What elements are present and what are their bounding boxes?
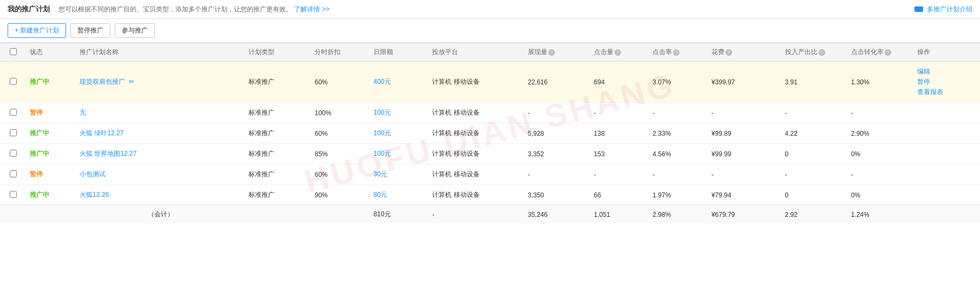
plan-platform-4: 计算机 移动设备 [429, 164, 524, 185]
plans-table: 状态 推广计划名称 计划类型 分时折扣 日限额 投放平台 [0, 43, 980, 223]
action-查看报表-link-0[interactable]: 查看报表 [917, 88, 977, 97]
table-body: 推广中现货双肩包推广 ✏标准推广60%400元计算机 移动设备22,616694… [0, 62, 980, 206]
plan-roi-4: - [782, 164, 848, 185]
plan-discount-2: 60% [311, 123, 370, 144]
plan-ctr-3: 4.56% [649, 144, 708, 164]
badge-icon [914, 6, 923, 12]
plan-name-link-1[interactable]: 无 [80, 109, 86, 116]
th-name: 推广计划名称 [76, 43, 245, 62]
status-badge-4: 暂停 [30, 170, 43, 178]
header-description: 您可以根据不同的推广目的、宝贝类型，添加多个推广计划，让您的推广更有效。 了解详… [58, 5, 914, 14]
plan-name-link-5[interactable]: 火狐12.26 [80, 191, 109, 198]
plan-daily-link-2[interactable]: 100元 [374, 129, 391, 137]
footer-impressions: 35,246 [525, 206, 591, 224]
select-all-checkbox[interactable] [10, 48, 17, 55]
footer-row: （会计） 810元 - 35,246 1,051 2.98% ¥679.79 2… [0, 206, 980, 224]
roi-help-icon[interactable]: ? [819, 49, 825, 56]
plan-name-link-3[interactable]: 火狐 世界地图12.27 [80, 150, 136, 157]
table-footer: （会计） 810元 - 35,246 1,051 2.98% ¥679.79 2… [0, 206, 980, 224]
status-badge-2: 推广中 [30, 129, 49, 137]
new-plan-button[interactable]: + 新建推广计划 [8, 23, 66, 38]
table-row: 推广中火狐 绿叶12.27标准推广60%100元计算机 移动设备5,928138… [0, 123, 980, 144]
footer-daily: 810元 [370, 206, 429, 224]
row-checkbox-3[interactable] [10, 150, 17, 157]
plan-name-link-0[interactable]: 现货双肩包推广 [80, 78, 125, 85]
plan-daily-link-1[interactable]: 100元 [374, 109, 391, 116]
plan-ctr-0: 3.07% [649, 62, 708, 103]
footer-roi: 2.92 [782, 206, 848, 224]
pause-promotion-button[interactable]: 暂停推广 [70, 23, 110, 38]
footer-ctr: 2.98% [649, 206, 708, 224]
th-action: 操作 [914, 43, 980, 62]
plan-discount-4: 60% [311, 164, 370, 185]
plan-ctr-5: 1.97% [649, 185, 708, 206]
plan-cvr-5: 0% [848, 185, 914, 206]
plan-name-link-2[interactable]: 火狐 绿叶12.27 [80, 129, 123, 137]
footer-clicks: 1,051 [591, 206, 650, 224]
plan-daily-3: 100元 [370, 144, 429, 164]
table-header-row: 状态 推广计划名称 计划类型 分时折扣 日限额 投放平台 [0, 43, 980, 62]
header-bar: 我的推广计划 您可以根据不同的推广目的、宝贝类型，添加多个推广计划，让您的推广更… [0, 0, 980, 19]
plan-cost-2: ¥99.89 [708, 123, 782, 144]
impressions-help-icon[interactable]: ? [548, 49, 555, 56]
plan-clicks-4: - [591, 164, 650, 185]
row-checkbox-2[interactable] [10, 129, 17, 136]
plan-type-4: 标准推广 [245, 164, 311, 185]
plan-cost-0: ¥399.97 [708, 62, 782, 103]
plan-clicks-0: 694 [591, 62, 650, 103]
plan-daily-0: 400元 [370, 62, 429, 103]
plan-impressions-2: 5,928 [525, 123, 591, 144]
plan-cost-1: - [708, 103, 782, 123]
plan-platform-1: 计算机 移动设备 [429, 103, 524, 123]
plan-impressions-4: - [525, 164, 591, 185]
plan-daily-link-3[interactable]: 100元 [374, 150, 391, 157]
th-platform: 投放平台 [429, 43, 524, 62]
th-type: 计划类型 [245, 43, 311, 62]
plan-clicks-1: - [591, 103, 650, 123]
multi-plan-intro-link[interactable]: 多推广计划介绍 [914, 5, 972, 14]
footer-label: （会计） [76, 206, 245, 224]
plan-type-3: 标准推广 [245, 144, 311, 164]
participate-promotion-button[interactable]: 参与推广 [115, 23, 155, 38]
plan-daily-link-5[interactable]: 80元 [374, 191, 387, 198]
edit-name-icon-0[interactable]: ✏ [129, 78, 135, 84]
plan-roi-2: 4.22 [782, 123, 848, 144]
status-badge-5: 推广中 [30, 191, 49, 198]
cvr-help-icon[interactable]: ? [885, 49, 891, 56]
th-cost: 花费 ? [708, 43, 782, 62]
row-checkbox-0[interactable] [10, 78, 17, 85]
row-checkbox-4[interactable] [10, 170, 17, 177]
plan-discount-5: 90% [311, 185, 370, 206]
footer-cvr: 1.24% [848, 206, 914, 224]
cost-help-icon[interactable]: ? [726, 49, 732, 56]
plan-platform-5: 计算机 移动设备 [429, 185, 524, 206]
action-编辑-link-0[interactable]: 编辑 [917, 67, 977, 76]
th-cvr: 点击转化率 ? [848, 43, 914, 62]
plan-name-link-4[interactable]: 小包测试 [80, 170, 106, 178]
table-row: 暂停无标准推广100%100元计算机 移动设备------ [0, 103, 980, 123]
plan-discount-1: 100% [311, 103, 370, 123]
action-暂停-link-0[interactable]: 暂停 [917, 77, 977, 87]
plan-type-2: 标准推广 [245, 123, 311, 144]
toolbar: + 新建推广计划 暂停推广 参与推广 [0, 19, 980, 43]
plan-daily-link-0[interactable]: 400元 [374, 78, 391, 85]
status-badge-0: 推广中 [30, 78, 49, 85]
status-badge-3: 推广中 [30, 150, 49, 157]
plan-ctr-1: - [649, 103, 708, 123]
plan-platform-3: 计算机 移动设备 [429, 144, 524, 164]
ctr-help-icon[interactable]: ? [673, 49, 680, 56]
plan-discount-3: 85% [311, 144, 370, 164]
learn-more-link[interactable]: 了解详情 >> [294, 5, 329, 13]
plan-impressions-3: 3,352 [525, 144, 591, 164]
plan-cost-5: ¥79.94 [708, 185, 782, 206]
plan-clicks-5: 66 [591, 185, 650, 206]
row-checkbox-5[interactable] [10, 191, 17, 198]
table-row: 暂停小包测试标准推广60%30元计算机 移动设备------ [0, 164, 980, 185]
plan-daily-link-4[interactable]: 30元 [374, 170, 387, 178]
row-checkbox-1[interactable] [10, 109, 17, 116]
plan-type-0: 标准推广 [245, 62, 311, 103]
plan-cvr-0: 1.30% [848, 62, 914, 103]
footer-platform: - [429, 206, 524, 224]
plan-impressions-5: 3,350 [525, 185, 591, 206]
clicks-help-icon[interactable]: ? [615, 49, 621, 56]
